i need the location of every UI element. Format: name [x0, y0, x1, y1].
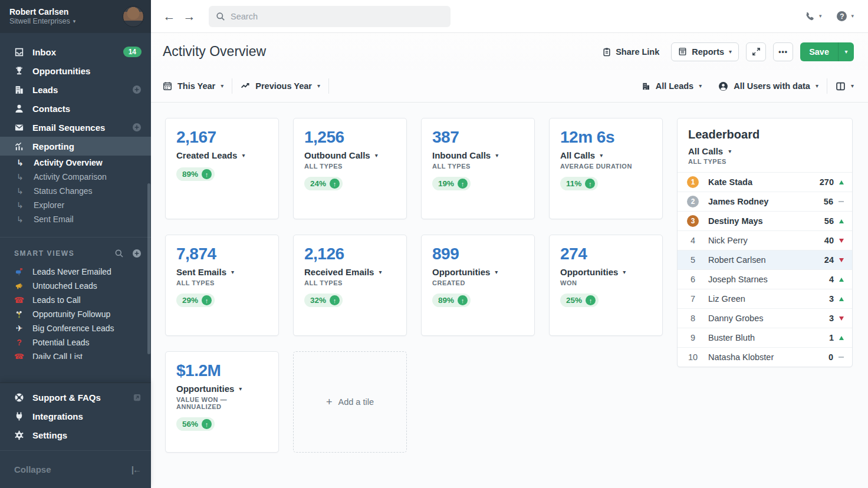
add-sequence-icon[interactable] [132, 123, 142, 132]
back-button[interactable] [159, 6, 179, 27]
search-bar[interactable] [209, 6, 451, 27]
sidebar-item-email-sequences[interactable]: Email Sequences [0, 118, 151, 137]
forward-button[interactable] [179, 6, 199, 27]
users-filter[interactable]: All Users with data [710, 81, 827, 91]
rank-badge: 3 [687, 215, 699, 227]
metric-sublabel: ALL TYPES [176, 279, 268, 286]
metric-value: 274 [560, 245, 652, 263]
smart-view-big-conference-leads[interactable]: ✈ Big Conference Leads [0, 321, 151, 335]
trend-icon [839, 258, 844, 262]
chevron-down-icon [844, 49, 847, 55]
sidebar-item-label: Inbox [32, 47, 115, 57]
metric-sublabel: CREATED [432, 279, 524, 286]
more-options-button[interactable] [773, 42, 793, 61]
metric-sublabel: AVERAGE DURATION [560, 163, 652, 170]
smart-view-leads-never-emailed[interactable]: Leads Never Emailed [0, 265, 151, 279]
add-tile-button[interactable]: Add a tile [293, 351, 407, 453]
sidebar-subitem-activity-comparison[interactable]: ↳Activity Comparison [0, 170, 151, 184]
trend-icon [839, 180, 844, 184]
metric-sublabel: ALL TYPES [304, 279, 396, 286]
sidebar-subitem-status-changes[interactable]: ↳Status Changes [0, 184, 151, 198]
fullscreen-button[interactable] [746, 42, 766, 61]
sidebar-item-leads[interactable]: Leads [0, 80, 151, 99]
sidebar-item-integrations[interactable]: Integrations [0, 407, 151, 426]
save-button[interactable]: Save [800, 42, 838, 61]
leaderboard-value: 1 [829, 333, 834, 342]
add-lead-icon[interactable] [132, 85, 142, 94]
trophy-icon [14, 66, 24, 76]
chevron-down-icon [816, 83, 818, 89]
metric-sublabel: ALL TYPES [432, 163, 524, 170]
metric-dropdown[interactable]: Inbound Calls [432, 150, 524, 160]
rank-badge: 1 [687, 176, 699, 188]
metric-dropdown[interactable]: Opportunities [432, 267, 524, 277]
metric-dropdown[interactable]: Opportunities [176, 384, 268, 394]
add-smart-view-icon[interactable] [132, 249, 142, 258]
help-icon: ? [837, 11, 847, 21]
metric-value: 387 [432, 128, 524, 147]
chevron-down-icon [495, 269, 498, 275]
sidebar-item-label: Support & FAQs [32, 393, 124, 403]
share-link-button[interactable]: Share Link [602, 47, 659, 57]
sidebar-item-inbox[interactable]: Inbox 14 [0, 42, 151, 61]
metric-dropdown[interactable]: Created Leads [176, 150, 268, 160]
change-badge: 25% [560, 294, 599, 307]
bouquet-icon [14, 309, 24, 319]
sidebar-item-settings[interactable]: Settings [0, 426, 151, 444]
envelope-icon [14, 123, 24, 133]
leaderboard-metric-dropdown[interactable]: All Calls [688, 146, 841, 156]
metric-dropdown[interactable]: All Calls [560, 150, 652, 160]
avatar[interactable] [123, 6, 144, 27]
sidebar-scrollbar[interactable] [147, 183, 150, 354]
sidebar-item-opportunities[interactable]: Opportunities [0, 61, 151, 80]
arrow-up-circle-icon [586, 295, 596, 305]
phone-menu[interactable] [804, 11, 822, 22]
date-range-filter[interactable]: This Year [163, 81, 232, 91]
sidebar-item-reporting[interactable]: Reporting [0, 137, 151, 156]
collapse-label: Collapse [14, 464, 131, 474]
metric-dropdown[interactable]: Received Emails [304, 267, 396, 277]
leads-filter[interactable]: All Leads [642, 81, 711, 91]
help-menu[interactable]: ? [837, 11, 854, 21]
smart-view-label: Big Conference Leads [32, 324, 114, 333]
leaderboard-row: 6 Joseph Starnes 4 [678, 269, 852, 289]
chevron-down-icon [699, 83, 702, 89]
building-icon [642, 82, 650, 91]
arrow-up-circle-icon [202, 295, 212, 305]
search-smart-views-icon[interactable] [114, 249, 124, 258]
metric-tile-inbound-calls: 387 Inbound Calls ALL TYPES 19% [421, 118, 535, 219]
sidebar-divider [0, 237, 151, 238]
chevron-down-icon [242, 153, 245, 159]
leaderboard-value: 3 [829, 314, 834, 323]
account-switcher[interactable]: Robert Carlsen Sitwell Enterprises [0, 0, 151, 33]
comparison-filter[interactable]: Previous Year [232, 81, 328, 91]
smart-view-potential-leads[interactable]: ? Potential Leads [0, 335, 151, 349]
metric-dropdown[interactable]: Outbound Calls [304, 150, 396, 160]
smart-view-label: Potential Leads [32, 338, 90, 347]
search-input[interactable] [231, 12, 443, 21]
sidebar-item-label: Email Sequences [32, 123, 124, 133]
metric-sublabel: WON [560, 279, 652, 286]
sidebar-subitem-explorer[interactable]: ↳Explorer [0, 198, 151, 212]
smart-view-opportunity-followup[interactable]: Opportunity Followup [0, 307, 151, 321]
change-badge: 29% [176, 294, 215, 307]
metric-dropdown[interactable]: Opportunities [560, 267, 652, 277]
sidebar-subitem-activity-overview[interactable]: ↳Activity Overview [0, 156, 151, 170]
leaderboard-row: 4 Nick Perry 40 [678, 230, 852, 250]
reports-dropdown[interactable]: Reports [671, 42, 739, 61]
change-badge: 24% [304, 177, 343, 190]
sub-arrow-icon: ↳ [17, 172, 25, 182]
smart-view-daily-call-list[interactable]: ☎ Daily Call List [0, 349, 151, 359]
sidebar-subitem-sent-email[interactable]: ↳Sent Email [0, 212, 151, 226]
metric-dropdown[interactable]: Sent Emails [176, 267, 268, 277]
save-dropdown-button[interactable] [838, 42, 854, 61]
smart-view-leads-to-call[interactable]: ☎ Leads to Call [0, 293, 151, 307]
leaderboard-value: 56 [824, 197, 833, 206]
layout-toggle[interactable] [827, 81, 854, 91]
sub-arrow-icon: ↳ [17, 200, 25, 210]
sidebar-item-support[interactable]: Support & FAQs [0, 388, 151, 407]
smart-view-untouched-leads[interactable]: Untouched Leads [0, 279, 151, 293]
sidebar-item-contacts[interactable]: Contacts [0, 99, 151, 118]
collapse-sidebar-button[interactable]: Collapse [0, 450, 151, 488]
plus-icon [326, 396, 333, 408]
